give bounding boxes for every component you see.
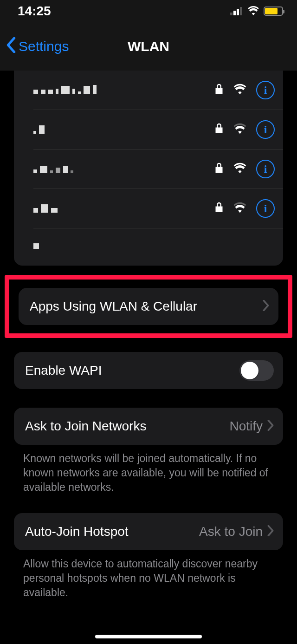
status-right: [230, 4, 283, 19]
lock-icon: [214, 202, 224, 215]
home-indicator[interactable]: [95, 635, 202, 638]
cellular-icon: [230, 4, 243, 19]
ask-join-cell[interactable]: Ask to Join Networks Notify: [14, 408, 283, 445]
wapi-section: Enable WAPI: [14, 352, 283, 389]
apps-using-wlan-section: Apps Using WLAN & Cellular: [19, 288, 278, 325]
network-name-redacted: [33, 237, 275, 252]
network-name-redacted: [33, 162, 214, 176]
svg-rect-0: [230, 13, 232, 15]
wifi-status-icon: [247, 4, 260, 19]
cell-label: Enable WAPI: [25, 363, 239, 378]
chevron-right-icon: [263, 300, 269, 313]
chevron-left-icon: [6, 37, 16, 56]
back-button[interactable]: Settings: [0, 37, 69, 56]
auto-hotspot-section: Auto-Join Hotspot Ask to Join: [14, 513, 283, 550]
enable-wapi-cell[interactable]: Enable WAPI: [14, 352, 283, 389]
status-time: 14:25: [18, 4, 51, 19]
ask-join-footer: Known networks will be joined automatica…: [0, 445, 297, 494]
lock-icon: [214, 123, 224, 137]
apps-using-wlan-cell[interactable]: Apps Using WLAN & Cellular: [19, 288, 278, 325]
network-name-redacted: [33, 201, 214, 216]
network-info-button[interactable]: i: [256, 199, 275, 218]
wifi-icon: [233, 84, 247, 97]
highlight-box: Apps Using WLAN & Cellular: [5, 275, 292, 338]
status-bar: 14:25: [0, 0, 297, 22]
content: i i i: [0, 71, 297, 600]
auto-hotspot-footer: Allow this device to automatically disco…: [0, 550, 297, 600]
nav-bar: Settings WLAN: [0, 22, 297, 71]
wifi-icon: [233, 163, 247, 176]
wapi-toggle[interactable]: [239, 360, 274, 381]
lock-icon: [214, 162, 224, 176]
chevron-right-icon: [267, 420, 274, 433]
cell-value: Ask to Join: [199, 524, 263, 539]
cell-value: Notify: [229, 419, 263, 434]
network-row[interactable]: [33, 228, 283, 261]
svg-rect-1: [233, 11, 236, 15]
auto-hotspot-cell[interactable]: Auto-Join Hotspot Ask to Join: [14, 513, 283, 550]
network-row[interactable]: i: [33, 189, 283, 228]
network-info-button[interactable]: i: [256, 81, 275, 99]
network-row[interactable]: i: [33, 71, 283, 110]
wifi-icon: [233, 123, 247, 136]
chevron-right-icon: [267, 525, 274, 538]
cell-label: Apps Using WLAN & Cellular: [30, 299, 263, 314]
phone-frame: 14:25 Settings WLAN: [0, 0, 297, 644]
network-info-button[interactable]: i: [256, 160, 275, 178]
lock-icon: [214, 83, 224, 97]
svg-rect-2: [237, 9, 239, 15]
network-row[interactable]: i: [33, 150, 283, 189]
svg-rect-3: [240, 7, 242, 15]
network-row[interactable]: i: [33, 110, 283, 150]
cell-label: Ask to Join Networks: [25, 419, 229, 434]
network-name-redacted: [33, 83, 214, 98]
battery-icon: [264, 7, 283, 16]
back-label: Settings: [19, 39, 69, 54]
cell-label: Auto-Join Hotspot: [25, 524, 199, 539]
network-name-redacted: [33, 122, 214, 137]
network-info-button[interactable]: i: [256, 120, 275, 139]
ask-join-section: Ask to Join Networks Notify: [14, 408, 283, 445]
network-list: i i i: [14, 71, 283, 266]
wifi-icon: [233, 202, 247, 215]
